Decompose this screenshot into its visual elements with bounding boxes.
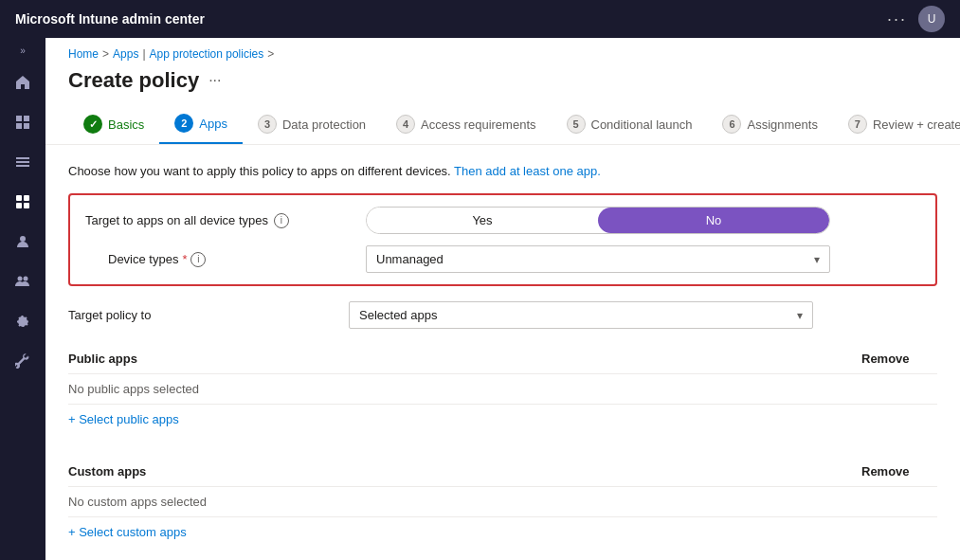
app-title: Microsoft Intune admin center [15, 11, 205, 27]
target-all-label-text: Target to apps on all device types [85, 213, 268, 227]
step-data-protection[interactable]: 3 Data protection [243, 105, 381, 143]
device-types-value: Unmanaged [376, 252, 444, 266]
toggle-yes-option[interactable]: Yes [367, 208, 598, 233]
breadcrumb: Home > Apps | App protection policies > [45, 38, 960, 64]
breadcrumb-sep3: > [267, 47, 274, 61]
svg-rect-0 [16, 116, 22, 121]
public-apps-header-row: Public apps Remove [68, 344, 937, 374]
step-access-requirements[interactable]: 4 Access requirements [381, 105, 551, 143]
breadcrumb-policies[interactable]: App protection policies [150, 47, 264, 61]
svg-rect-7 [16, 195, 22, 201]
topbar: Microsoft Intune admin center ··· U [0, 0, 960, 38]
step-access-label: Access requirements [421, 117, 535, 132]
step-assignments-badge: 6 [722, 115, 741, 134]
svg-rect-6 [16, 165, 29, 167]
sidebar-item-list[interactable] [4, 143, 42, 181]
sidebar-item-home[interactable] [4, 63, 42, 101]
target-policy-dropdown[interactable]: Selected apps ▾ [349, 301, 813, 329]
no-public-apps-text: No public apps selected [68, 382, 199, 396]
sidebar-item-users[interactable] [4, 223, 42, 261]
sidebar-item-groups[interactable] [4, 262, 42, 300]
step-conditional-label: Conditional launch [591, 117, 693, 132]
topbar-right: ··· U [887, 6, 945, 32]
content-area: Home > Apps | App protection policies > … [45, 38, 960, 560]
sidebar-item-dashboard[interactable] [4, 103, 42, 141]
svg-rect-5 [16, 161, 29, 163]
sidebar-item-apps[interactable] [4, 183, 42, 221]
svg-rect-4 [16, 157, 29, 159]
form-description-text: Choose how you want to apply this policy… [68, 164, 454, 178]
svg-point-11 [20, 236, 26, 242]
device-types-required: * [182, 252, 187, 266]
step-assignments[interactable]: 6 Assignments [707, 105, 832, 143]
step-data-protection-label: Data protection [282, 117, 366, 132]
step-apps-badge: 2 [174, 114, 193, 133]
step-conditional-badge: 5 [567, 115, 586, 134]
main-layout: » Home > Apps | [0, 38, 960, 560]
select-custom-apps-link[interactable]: + Select custom apps [68, 517, 187, 547]
sidebar-item-tools[interactable] [4, 342, 42, 380]
sidebar-item-settings[interactable] [4, 302, 42, 340]
no-custom-apps-row: No custom apps selected​ [68, 487, 937, 517]
page-title: Create policy [68, 68, 199, 93]
step-access-badge: 4 [396, 115, 415, 134]
no-public-apps-row: No public apps selected [68, 374, 937, 405]
device-types-info-icon[interactable]: i [190, 252, 206, 267]
target-all-device-types-row: Target to apps on all device types i Yes… [85, 207, 920, 234]
form-description: Choose how you want to apply this policy… [68, 164, 937, 178]
breadcrumb-apps[interactable]: Apps [113, 47, 138, 61]
target-policy-row: Target policy to Selected apps ▾ [68, 301, 937, 329]
steps-nav: ✓ Basics 2 Apps 3 Data protection 4 Acce… [45, 104, 960, 145]
step-review-badge: 7 [848, 115, 867, 134]
target-all-label: Target to apps on all device types i [85, 213, 351, 228]
svg-point-13 [24, 277, 28, 281]
step-review-create[interactable]: 7 Review + create [833, 105, 960, 143]
device-types-label-text: Device types [108, 252, 178, 266]
topbar-more-icon[interactable]: ··· [887, 9, 907, 29]
breadcrumb-sep2: | [142, 47, 145, 61]
svg-rect-3 [24, 123, 29, 129]
sidebar-collapse-icon[interactable]: » [20, 45, 26, 56]
avatar[interactable]: U [918, 6, 945, 32]
target-policy-chevron-icon: ▾ [797, 309, 803, 322]
step-apps[interactable]: 2 Apps [159, 104, 243, 144]
public-apps-col-name: Public apps [68, 352, 861, 366]
target-policy-label: Target policy to [68, 308, 334, 322]
step-assignments-label: Assignments [747, 117, 817, 132]
step-basics[interactable]: ✓ Basics [68, 105, 159, 143]
breadcrumb-sep1: > [102, 47, 109, 61]
target-all-info-icon[interactable]: i [274, 213, 289, 228]
form-description-link[interactable]: Then add at least one app. [454, 164, 601, 178]
target-section: Target to apps on all device types i Yes… [68, 193, 937, 286]
target-policy-value: Selected apps [359, 308, 437, 322]
public-apps-col-remove: Remove [861, 352, 937, 366]
svg-rect-8 [24, 195, 29, 201]
svg-rect-2 [16, 123, 22, 129]
toggle-no-option[interactable]: No [598, 208, 829, 233]
form-area: Choose how you want to apply this policy… [45, 145, 960, 560]
svg-point-12 [18, 277, 23, 281]
yes-no-toggle[interactable]: Yes No [366, 207, 830, 234]
custom-apps-section: Custom apps Remove No custom apps select… [68, 457, 937, 554]
select-public-apps-link[interactable]: + Select public apps [68, 405, 179, 434]
custom-apps-col-remove: Remove [861, 464, 937, 479]
step-basics-label: Basics [108, 117, 144, 132]
step-review-label: Review + create [873, 117, 960, 132]
svg-rect-9 [16, 203, 22, 208]
svg-rect-10 [24, 203, 29, 208]
page-header: Create policy ··· [45, 64, 960, 104]
breadcrumb-home[interactable]: Home [68, 47, 99, 61]
device-types-row: Device types * i Unmanaged ▾ [85, 245, 920, 273]
device-types-dropdown[interactable]: Unmanaged ▾ [366, 245, 830, 273]
no-custom-apps-text: No custom apps selected​ [68, 495, 207, 509]
device-types-label: Device types * i [108, 252, 351, 267]
step-basics-badge: ✓ [83, 115, 102, 134]
device-types-chevron-icon: ▾ [814, 253, 820, 266]
step-apps-label: Apps [199, 117, 227, 131]
step-data-protection-badge: 3 [258, 115, 277, 134]
page-more-icon[interactable]: ··· [208, 72, 221, 89]
custom-apps-col-name: Custom apps [68, 464, 861, 479]
svg-rect-1 [24, 116, 29, 121]
step-conditional-launch[interactable]: 5 Conditional launch [552, 105, 708, 143]
custom-apps-header-row: Custom apps Remove [68, 457, 937, 487]
